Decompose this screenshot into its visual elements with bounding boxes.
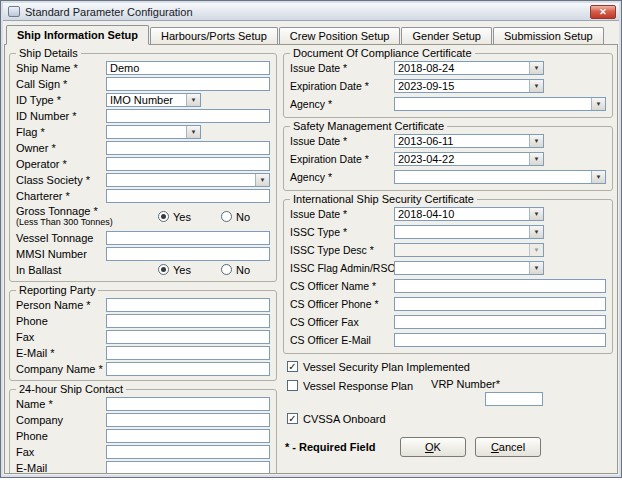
cs-officer-fax-input[interactable] — [394, 315, 606, 329]
doc-expiration-date-select[interactable]: 2023-09-15 ▼ — [394, 79, 544, 93]
tab-page-ship-information: Ship Details Ship Name * Call Sign * ID … — [4, 44, 618, 474]
flag-select[interactable]: ▼ — [106, 125, 201, 139]
id-number-input[interactable] — [106, 109, 270, 123]
vessel-response-plan-row: ✓ Vessel Response Plan VRP Number* — [287, 377, 613, 408]
tab-submission-setup[interactable]: Submission Setup — [493, 27, 604, 45]
vessel-tonnage-label: Vessel Tonnage — [16, 232, 106, 244]
chevron-down-icon: ▼ — [529, 226, 543, 238]
vessel-security-plan-label: Vessel Security Plan Implemented — [303, 361, 470, 373]
gross-tonnage-yes-radio[interactable]: Yes — [158, 211, 191, 223]
cs-officer-name-input[interactable] — [394, 279, 606, 293]
rp-email-input[interactable] — [106, 346, 270, 360]
rp-fax-input[interactable] — [106, 330, 270, 344]
radio-icon — [221, 211, 232, 222]
issc-type-value — [395, 226, 529, 238]
group-issc-legend: International Ship Security Certificate — [290, 194, 477, 205]
smc-issue-date-select[interactable]: 2013-06-11 ▼ — [394, 134, 544, 148]
charterer-input[interactable] — [106, 189, 270, 203]
operator-label: Operator * — [16, 158, 106, 170]
right-column: Document Of Compliance Certificate Issue… — [283, 48, 613, 470]
sc-fax-input[interactable] — [106, 445, 270, 459]
group-safety-management-legend: Safety Management Certificate — [290, 121, 447, 132]
smc-expiration-date-select[interactable]: 2023-04-22 ▼ — [394, 152, 544, 166]
gross-tonnage-no-label: No — [236, 211, 250, 223]
issc-flag-admin-select[interactable]: ▼ — [394, 261, 544, 275]
radio-icon — [221, 264, 232, 275]
cs-officer-phone-input[interactable] — [394, 297, 606, 311]
group-issc: International Ship Security Certificate … — [283, 194, 613, 354]
cs-officer-email-input[interactable] — [394, 333, 606, 347]
chevron-down-icon: ▼ — [529, 262, 543, 274]
cancel-button[interactable]: Cancel — [475, 437, 541, 457]
doc-agency-select[interactable]: ▼ — [394, 97, 606, 111]
class-society-label: Class Society * — [16, 174, 106, 186]
chevron-down-icon: ▼ — [529, 80, 543, 92]
tab-gender-setup[interactable]: Gender Setup — [401, 27, 492, 45]
owner-input[interactable] — [106, 141, 270, 155]
issc-type-desc-label: ISSC Type Desc * — [290, 244, 394, 256]
issc-type-desc-value — [395, 244, 529, 256]
vessel-tonnage-input[interactable] — [106, 231, 270, 245]
app-icon — [8, 6, 20, 17]
cvssa-onboard-checkbox[interactable]: ✓ — [287, 413, 298, 424]
doc-issue-date-value: 2018-08-24 — [395, 62, 529, 74]
issc-type-label: ISSC Type * — [290, 226, 394, 238]
issc-issue-date-label: Issue Date * — [290, 208, 394, 220]
rp-email-label: E-Mail * — [16, 347, 106, 359]
sc-company-input[interactable] — [106, 413, 270, 427]
tab-crew-position-setup[interactable]: Crew Position Setup — [279, 27, 401, 45]
vrp-number-label: VRP Number* — [431, 378, 543, 390]
smc-issue-date-label: Issue Date * — [290, 135, 394, 147]
titlebar[interactable]: Standard Parameter Configuration ✕ — [3, 3, 619, 21]
rp-person-name-input[interactable] — [106, 298, 270, 312]
issc-type-select[interactable]: ▼ — [394, 225, 544, 239]
vessel-security-plan-checkbox[interactable]: ✓ — [287, 361, 298, 372]
operator-input[interactable] — [106, 157, 270, 171]
group-ship-details-legend: Ship Details — [16, 48, 81, 59]
group-ship-details: Ship Details Ship Name * Call Sign * ID … — [9, 48, 277, 282]
doc-agency-label: Agency * — [290, 98, 394, 110]
group-24hour-ship-contact-legend: 24-hour Ship Contact — [16, 384, 126, 395]
sc-name-input[interactable] — [106, 397, 270, 411]
standard-parameter-configuration-dialog: Standard Parameter Configuration ✕ Ship … — [0, 0, 622, 478]
sc-phone-input[interactable] — [106, 429, 270, 443]
id-type-value: IMO Number — [107, 94, 186, 106]
tab-ship-information-setup[interactable]: Ship Information Setup — [6, 25, 149, 45]
call-sign-input[interactable] — [106, 77, 270, 91]
rp-person-name-label: Person Name * — [16, 299, 106, 311]
vessel-security-plan-row: ✓ Vessel Security Plan Implemented — [287, 358, 613, 375]
mmsi-number-input[interactable] — [106, 247, 270, 261]
vrp-number-input[interactable] — [485, 392, 543, 406]
group-safety-management: Safety Management Certificate Issue Date… — [283, 121, 613, 191]
gross-tonnage-no-radio[interactable]: No — [221, 211, 250, 223]
charterer-label: Charterer * — [16, 190, 106, 202]
issc-type-desc-select[interactable]: ▼ — [394, 243, 544, 257]
smc-agency-select[interactable]: ▼ — [394, 170, 606, 184]
group-24hour-ship-contact: 24-hour Ship Contact Name * Company Phon… — [9, 384, 277, 474]
chevron-down-icon: ▼ — [529, 208, 543, 220]
chevron-down-icon: ▼ — [529, 62, 543, 74]
class-society-select[interactable]: ▼ — [106, 173, 270, 187]
ship-name-input[interactable] — [106, 61, 270, 75]
doc-expiration-date-value: 2023-09-15 — [395, 80, 529, 92]
in-ballast-no-label: No — [236, 264, 250, 276]
tab-harbours-ports-setup[interactable]: Harbours/Ports Setup — [150, 27, 278, 45]
smc-expiration-date-label: Expiration Date * — [290, 153, 394, 165]
vessel-response-plan-checkbox[interactable]: ✓ — [287, 380, 298, 391]
sc-email-input[interactable] — [106, 461, 270, 475]
rp-company-name-input[interactable] — [106, 362, 270, 376]
in-ballast-no-radio[interactable]: No — [221, 264, 250, 276]
close-icon: ✕ — [599, 7, 607, 17]
dialog-buttons: OK Cancel — [400, 437, 541, 457]
id-type-select[interactable]: IMO Number ▼ — [106, 93, 201, 107]
doc-issue-date-select[interactable]: 2018-08-24 ▼ — [394, 61, 544, 75]
rp-phone-input[interactable] — [106, 314, 270, 328]
close-button[interactable]: ✕ — [590, 5, 616, 19]
mmsi-number-label: MMSI Number — [16, 248, 106, 260]
issc-issue-date-select[interactable]: 2018-04-10 ▼ — [394, 207, 544, 221]
gross-tonnage-label-main: Gross Tonnage * — [16, 206, 112, 217]
gross-tonnage-label-sub: (Less Than 300 Tonnes) — [16, 217, 112, 228]
in-ballast-yes-radio[interactable]: Yes — [158, 264, 191, 276]
ok-button[interactable]: OK — [400, 437, 466, 457]
radio-icon — [158, 211, 169, 222]
